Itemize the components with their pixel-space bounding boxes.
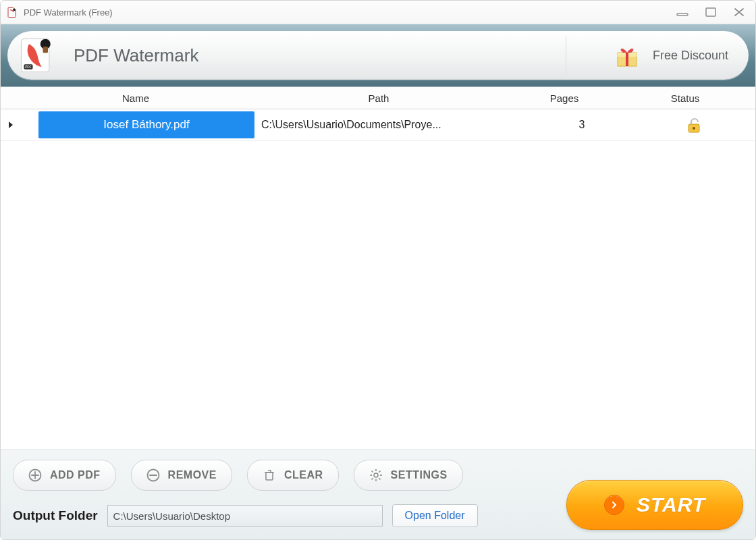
free-discount-button[interactable]: Free Discount	[614, 31, 728, 80]
start-label: START	[637, 493, 705, 516]
svg-rect-15	[266, 473, 273, 480]
svg-point-12	[693, 127, 695, 130]
svg-rect-10	[626, 53, 628, 66]
trash-icon	[263, 468, 276, 482]
row-caret-icon	[1, 121, 34, 129]
chevron-right-icon	[604, 495, 624, 515]
row-pages: 3	[531, 119, 632, 131]
app-logo-icon: PDF	[14, 32, 61, 79]
svg-line-21	[371, 471, 373, 473]
svg-text:PDF: PDF	[25, 65, 31, 69]
start-button[interactable]: START	[566, 480, 743, 530]
output-folder-field[interactable]: C:\Users\Usuario\Desktop	[107, 505, 383, 526]
minimize-button[interactable]	[674, 5, 691, 19]
row-path: C:\Users\Usuario\Documents\Proye...	[259, 119, 531, 131]
col-status: Status	[615, 92, 755, 104]
app-icon	[6, 6, 18, 18]
svg-point-0	[13, 8, 16, 11]
row-name: Iosef Báthory.pdf	[38, 111, 254, 138]
svg-rect-1	[677, 14, 688, 16]
svg-line-23	[379, 471, 380, 473]
svg-point-16	[374, 473, 378, 477]
lock-open-icon	[685, 116, 703, 134]
clear-label: CLEAR	[284, 469, 323, 481]
add-pdf-button[interactable]: ADD PDF	[13, 460, 116, 491]
table-header: Name Path Pages Status	[1, 87, 755, 109]
svg-line-22	[379, 478, 380, 479]
col-name: Name	[28, 92, 244, 104]
banner-pill: PDF PDF Watermark Free Discou	[7, 31, 749, 80]
col-pages: Pages	[514, 92, 615, 104]
discount-label: Free Discount	[653, 49, 728, 63]
app-window: PDF Watermark (Free) PDF	[0, 0, 756, 540]
window-title: PDF Watermark (Free)	[24, 7, 113, 18]
plus-circle-icon	[28, 468, 42, 482]
output-folder-path: C:\Users\Usuario\Desktop	[113, 510, 230, 522]
svg-rect-7	[43, 47, 49, 53]
row-status	[632, 116, 755, 134]
banner-separator	[566, 36, 566, 74]
file-table: Name Path Pages Status Iosef Báthory.pdf…	[1, 86, 755, 450]
gift-icon	[614, 42, 641, 69]
settings-label: SETTINGS	[391, 469, 448, 481]
gear-icon	[369, 468, 383, 482]
maximize-button[interactable]	[703, 5, 719, 19]
add-pdf-label: ADD PDF	[50, 469, 101, 481]
table-row[interactable]: Iosef Báthory.pdf C:\Users\Usuario\Docum…	[1, 109, 755, 141]
svg-line-24	[371, 478, 373, 479]
titlebar: PDF Watermark (Free)	[1, 1, 755, 24]
col-path: Path	[244, 92, 514, 104]
svg-rect-2	[706, 8, 716, 16]
header-banner: PDF PDF Watermark Free Discou	[1, 24, 755, 86]
bottom-panel: ADD PDF REMOVE CLEAR SETTINGS	[1, 450, 755, 539]
minus-circle-icon	[146, 468, 160, 482]
clear-button[interactable]: CLEAR	[247, 460, 339, 491]
settings-button[interactable]: SETTINGS	[354, 460, 463, 491]
remove-label: REMOVE	[168, 469, 217, 481]
output-folder-label: Output Folder	[13, 508, 98, 523]
close-button[interactable]	[731, 5, 747, 19]
open-folder-button[interactable]: Open Folder	[392, 504, 478, 527]
app-name: PDF Watermark	[74, 45, 198, 66]
remove-button[interactable]: REMOVE	[131, 460, 232, 491]
